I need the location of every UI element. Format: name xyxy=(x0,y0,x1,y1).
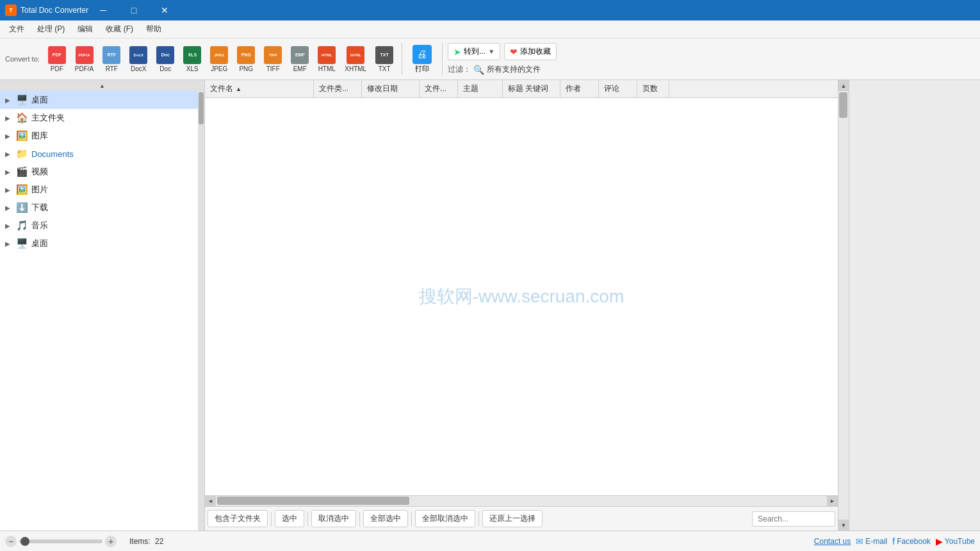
hscroll-thumb xyxy=(217,497,409,505)
format-jpeg[interactable]: JPEG JPEG xyxy=(207,44,231,74)
col-pages[interactable]: 页数 xyxy=(637,80,669,97)
format-pdfa[interactable]: PDF/A PDF/A xyxy=(72,44,97,74)
sidebar-item-downloads[interactable]: ▶ ⬇️ 下载 xyxy=(0,199,204,217)
facebook-link[interactable]: f Facebook xyxy=(892,536,931,547)
col-filesize[interactable]: 文件... xyxy=(420,80,458,97)
vscroll-track[interactable] xyxy=(838,91,849,520)
preview-panel xyxy=(849,80,980,530)
col-filetype[interactable]: 文件类... xyxy=(314,80,362,97)
format-docx[interactable]: DocX DocX xyxy=(126,44,151,74)
sidebar-item-pictures[interactable]: ▶ 🖼️ 图片 xyxy=(0,181,204,199)
gallery-icon: 🖼️ xyxy=(16,130,28,142)
include-subfolders-button[interactable]: 包含子文件夹 xyxy=(208,510,268,527)
col-comments[interactable]: 评论 xyxy=(599,80,637,97)
col-filename[interactable]: 文件名 ▲ xyxy=(205,80,314,97)
col-title-keywords[interactable]: 标题 关键词 xyxy=(503,80,560,97)
format-doc[interactable]: Doc Doc xyxy=(153,44,177,74)
format-emf[interactable]: EMF EMF xyxy=(288,44,312,74)
search-input[interactable] xyxy=(752,511,835,527)
format-txt[interactable]: TXT TXT xyxy=(372,44,396,74)
deselect-button[interactable]: 取消选中 xyxy=(311,510,356,527)
facebook-label: Facebook xyxy=(897,537,931,546)
sidebar-item-music[interactable]: ▶ 🎵 音乐 xyxy=(0,217,204,234)
print-button[interactable]: 🖨 打印 xyxy=(407,42,437,76)
filter-row: 过滤： 🔍 所有支持的文件 xyxy=(448,64,557,75)
sidebar-item-videos[interactable]: ▶ 🎬 视频 xyxy=(0,163,204,181)
horizontal-scrollbar[interactable]: ◄ ► xyxy=(205,495,838,506)
sidebar-item-gallery[interactable]: ▶ 🖼️ 图库 xyxy=(0,127,204,145)
hscroll-left-btn[interactable]: ◄ xyxy=(205,496,216,507)
sidebar-label-desktop2: 桌面 xyxy=(31,238,48,249)
menu-bookmarks[interactable]: 收藏 (F) xyxy=(99,21,140,37)
minimize-button[interactable]: ─ xyxy=(88,0,118,21)
hscroll-right-btn[interactable]: ► xyxy=(827,496,838,507)
format-png[interactable]: PNG PNG xyxy=(234,44,258,74)
email-link[interactable]: ✉ E-mail xyxy=(856,536,887,547)
sidebar-label-music: 音乐 xyxy=(31,220,48,231)
sidebar-label-desktop1: 桌面 xyxy=(31,94,48,106)
png-icon: PNG xyxy=(237,46,255,64)
watermark: 搜软网-www.secruan.com xyxy=(419,284,625,309)
rtf-label: RTF xyxy=(106,65,118,72)
zoom-plus-button[interactable]: + xyxy=(105,536,117,547)
menu-process[interactable]: 处理 (P) xyxy=(31,21,71,37)
svg-text:T: T xyxy=(9,7,13,13)
select-button[interactable]: 选中 xyxy=(275,510,304,527)
status-bar: − + Items: 22 Contact us ✉ E-mail f Face… xyxy=(0,530,980,551)
sidebar-item-documents[interactable]: ▶ 📁 Documents xyxy=(0,145,204,163)
menu-bar: 文件 处理 (P) 编辑 收藏 (F) 帮助 xyxy=(0,21,980,38)
menu-help[interactable]: 帮助 xyxy=(140,21,168,37)
convert-to-button[interactable]: ➤ 转到... ▼ xyxy=(448,43,500,60)
vscroll-up-btn[interactable]: ▲ xyxy=(838,80,849,91)
deselect-all-button[interactable]: 全部取消选中 xyxy=(415,510,475,527)
contact-us-link[interactable]: Contact us xyxy=(814,537,851,546)
docx-icon: DocX xyxy=(129,46,147,64)
convert-to-label: 转到... xyxy=(464,46,486,57)
hscroll-track[interactable] xyxy=(216,496,827,506)
sidebar-scroll-up[interactable]: ▲ xyxy=(0,80,204,91)
select-all-button[interactable]: 全部选中 xyxy=(363,510,408,527)
col-subject[interactable]: 主题 xyxy=(458,80,503,97)
add-bookmark-label: 添加收藏 xyxy=(520,46,551,57)
col-pages-label: 页数 xyxy=(642,83,658,94)
add-bookmark-button[interactable]: ❤ 添加收藏 xyxy=(504,43,557,60)
zoom-minus-button[interactable]: − xyxy=(5,536,17,547)
format-tiff[interactable]: TIFF TIFF xyxy=(261,44,285,74)
menu-edit[interactable]: 编辑 xyxy=(71,21,99,37)
zoom-slider[interactable] xyxy=(19,539,102,543)
xls-icon: XLS xyxy=(183,46,201,64)
expand-arrow-icon2: ▶ xyxy=(5,115,13,122)
col-title-keywords-label: 标题 关键词 xyxy=(508,83,548,94)
close-button[interactable]: ✕ xyxy=(150,0,179,21)
vscroll-down-btn[interactable]: ▼ xyxy=(838,520,849,530)
maximize-button[interactable]: □ xyxy=(119,0,149,21)
menu-file[interactable]: 文件 xyxy=(3,21,31,37)
expand-arrow-icon: ▶ xyxy=(5,97,13,104)
vertical-scrollbar[interactable]: ▲ ▼ xyxy=(838,80,849,530)
sidebar-label-documents: Documents xyxy=(31,149,74,159)
restore-selection-button[interactable]: 还原上一选择 xyxy=(482,510,543,527)
format-pdf[interactable]: PDF PDF xyxy=(45,44,69,74)
separator1 xyxy=(271,512,272,526)
youtube-link[interactable]: ▶ YouTube xyxy=(936,536,975,547)
format-html[interactable]: HTML HTML xyxy=(314,44,339,74)
filter-value[interactable]: 所有支持的文件 xyxy=(487,64,541,75)
sidebar-item-desktop1[interactable]: ▶ 🖥️ 桌面 xyxy=(0,91,204,109)
format-rtf[interactable]: RTF RTF xyxy=(99,44,124,74)
sort-arrow-icon: ▲ xyxy=(236,86,241,92)
sidebar-item-home[interactable]: ▶ 🏠 主文件夹 xyxy=(0,109,204,127)
format-xhtml[interactable]: XHTML XHTML xyxy=(341,44,370,74)
sidebar-item-desktop2[interactable]: ▶ 🖥️ 桌面 xyxy=(0,234,204,252)
expand-arrow-icon3: ▶ xyxy=(5,133,13,140)
zoom-control: − + xyxy=(5,536,117,547)
col-filename-label: 文件名 xyxy=(210,83,233,94)
sidebar-vscroll[interactable] xyxy=(198,91,204,530)
txt-label: TXT xyxy=(379,65,391,72)
pdf-label: PDF xyxy=(51,65,63,72)
emf-icon: EMF xyxy=(291,46,309,64)
col-modified[interactable]: 修改日期 xyxy=(362,80,420,97)
col-author[interactable]: 作者 xyxy=(560,80,599,97)
format-xls[interactable]: XLS XLS xyxy=(180,44,204,74)
window-controls: ─ □ ✕ xyxy=(88,0,179,21)
filter-icon: 🔍 xyxy=(473,65,484,75)
